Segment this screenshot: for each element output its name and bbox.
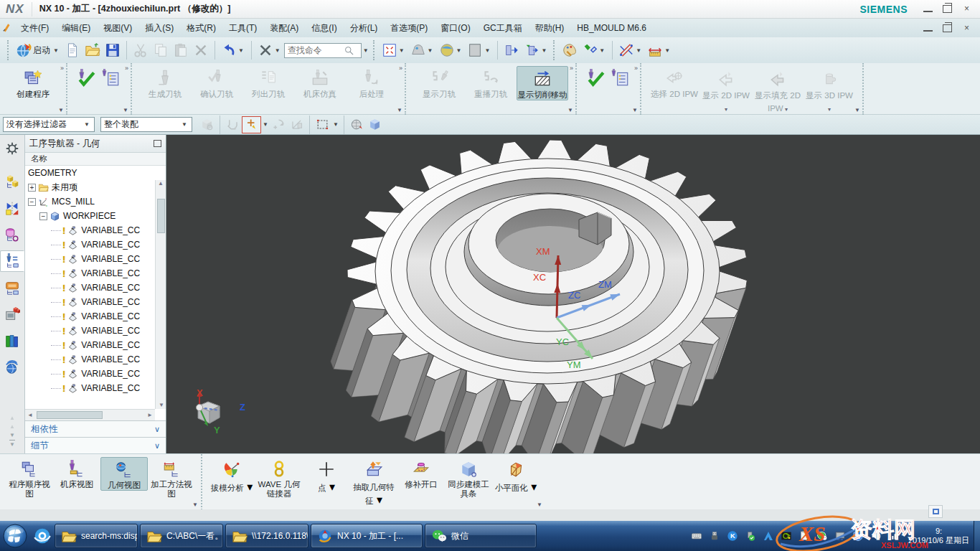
resource-tab-process-navigator[interactable] <box>1 303 23 325</box>
group-dropdown-icon[interactable]: ▼ <box>123 107 128 113</box>
fit-view-button[interactable]: ▼ <box>380 40 408 60</box>
navigator-column-header[interactable]: 名称 <box>25 153 166 166</box>
tree-horizontal-scrollbar[interactable]: ◄► <box>25 409 155 420</box>
scroll-up2-icon[interactable]: ▲ <box>9 423 15 431</box>
tree-item-mcs-mill[interactable]: −zyxMCS_MILL <box>25 194 166 209</box>
measure-button[interactable]: ▼ <box>616 40 645 60</box>
expand-icon[interactable]: + <box>28 184 36 192</box>
tree-vertical-scrollbar[interactable]: ▲▼ <box>155 180 166 409</box>
toolbar-grip[interactable] <box>373 40 377 60</box>
paste-button[interactable] <box>171 40 191 60</box>
rectangle-select-button[interactable] <box>314 116 331 133</box>
ribbon-button-display-toolpath-2[interactable]: 显示切削移动 <box>517 66 568 100</box>
menu-item-10[interactable]: 首选项(P) <box>384 19 434 37</box>
doc-minimize-button[interactable] <box>923 25 933 32</box>
group-dropdown-icon[interactable]: ▼ <box>567 107 573 113</box>
toolbar-grip[interactable] <box>553 40 557 60</box>
tree-item-variable-cc[interactable]: !VARIABLE_CC <box>25 281 166 295</box>
ribbon-button-operations-a-icon-1[interactable] <box>99 66 123 88</box>
assembly-constraints-button[interactable] <box>198 116 216 133</box>
group-dropdown-icon[interactable]: ▼ <box>397 107 402 113</box>
delete-button[interactable] <box>191 40 211 60</box>
tool-button-1[interactable]: 拔模分析 ▾ <box>208 457 255 494</box>
menu-item-6[interactable]: 工具(T) <box>222 19 263 37</box>
floating-window-icon[interactable] <box>928 505 943 518</box>
tool-button-5[interactable]: 修补开口 <box>397 457 445 489</box>
menu-item-12[interactable]: GC工具箱 <box>477 19 529 37</box>
security-shield-tray-icon[interactable] <box>852 530 864 542</box>
csys-point-button[interactable] <box>288 116 306 133</box>
scroll-up-icon[interactable]: ▲ <box>9 414 15 423</box>
ribbon-button-toolpath-1[interactable]: 确认刀轨 <box>191 66 242 99</box>
scroll-down-icon[interactable]: ▼ <box>9 431 15 440</box>
usb-safe-tray-icon[interactable] <box>745 530 756 542</box>
selection-filter-dropdown[interactable]: 没有选择过滤器▼ <box>3 117 95 132</box>
split-window-button[interactable]: ▼ <box>522 40 550 60</box>
resource-tab-operation-navigator[interactable] <box>0 250 24 272</box>
tree-item-variable-cc[interactable]: !VARIABLE_CC <box>25 338 166 352</box>
resource-tab-machine-tool-navigator[interactable] <box>1 277 23 298</box>
tree-item--[interactable]: +未用项 <box>25 180 166 194</box>
snap-point-button[interactable] <box>224 116 242 133</box>
tree-item-workpiece[interactable]: −WORKPIECE <box>25 209 166 223</box>
ribbon-button-ipw-3[interactable]: 显示 3D IPW ▾ <box>804 66 855 114</box>
start-button[interactable] <box>0 522 30 550</box>
menu-item-11[interactable]: 窗口(O) <box>434 19 476 37</box>
menu-item-4[interactable]: 插入(S) <box>138 19 180 37</box>
volume-tray-icon[interactable] <box>870 530 882 542</box>
taskbar-button-3[interactable]: \\172.16.0.118\... <box>225 524 308 548</box>
start-menu-button[interactable]: 启动▼ <box>14 40 62 60</box>
internet-explorer-icon[interactable] <box>30 527 55 545</box>
resource-tab-constraint-navigator[interactable] <box>1 197 23 219</box>
scroll-thumb[interactable] <box>157 199 165 233</box>
group-dropdown-icon[interactable]: ▼ <box>632 107 638 113</box>
group-dropdown-icon[interactable]: ▼ <box>854 107 860 113</box>
navigator-window-icon[interactable] <box>154 140 161 147</box>
taskbar-clock[interactable]: 9: 2019/10/6 星期日 <box>904 527 974 545</box>
tree-item-variable-cc[interactable]: !VARIABLE_CC <box>25 352 166 367</box>
azure-a-tray-icon[interactable] <box>763 530 774 542</box>
taskbar-button-1[interactable]: search-ms:displ... <box>55 524 138 548</box>
menu-item-5[interactable]: 格式(R) <box>180 19 222 37</box>
shaded-button[interactable] <box>366 116 384 133</box>
scroll-thumb[interactable] <box>37 411 103 419</box>
tree-item-variable-cc[interactable]: !VARIABLE_CC <box>25 367 166 381</box>
delete-face-button[interactable]: ▼ <box>255 40 284 60</box>
group-overflow-icon[interactable]: » <box>60 65 64 72</box>
view-operations-button[interactable]: ▼ <box>408 40 437 60</box>
k-player-tray-icon[interactable]: K <box>727 530 738 542</box>
tree-item-variable-cc[interactable]: !VARIABLE_CC <box>25 237 166 252</box>
object-display-button[interactable]: ▼ <box>580 40 608 60</box>
ribbon-button-toolpath-2[interactable]: 列出刀轨 <box>242 66 294 99</box>
view-button-4[interactable]: 加工方法视图 <box>148 457 195 499</box>
point-on-curve-button[interactable] <box>242 116 261 133</box>
ribbon-button-toolpath-0[interactable]: 生成刀轨 <box>139 66 191 99</box>
tool-button-4[interactable]: 抽取几何特征 ▾ <box>350 457 397 507</box>
tree-item-variable-cc[interactable]: !VARIABLE_CC <box>25 252 166 266</box>
group-dropdown-icon[interactable]: ▼ <box>192 501 198 508</box>
tree-root-geometry[interactable]: GEOMETRY <box>25 166 166 180</box>
network-tray-icon[interactable] <box>888 530 900 542</box>
keyboard-tray-icon[interactable] <box>691 530 702 542</box>
ribbon-button-operations-a-icon-0[interactable] <box>75 66 99 88</box>
tree-item-variable-cc[interactable]: !VARIABLE_CC <box>25 223 166 237</box>
ribbon-button-operations-b-icon-1[interactable] <box>608 66 633 88</box>
render-style-button[interactable]: ▼ <box>437 40 466 60</box>
selection-scope-dropdown[interactable]: 整个装配▼ <box>100 117 192 132</box>
group-overflow-icon[interactable]: » <box>570 65 573 72</box>
undo-button[interactable]: ▼ <box>219 40 248 60</box>
view-button-3[interactable]: 几何视图 <box>100 457 148 491</box>
new-file-button[interactable] <box>62 40 83 60</box>
menu-item-14[interactable]: HB_MOULD M6.6 <box>570 19 653 37</box>
menu-item-9[interactable]: 分析(L) <box>344 19 385 37</box>
menu-item-13[interactable]: 帮助(H) <box>529 19 571 37</box>
copy-button[interactable] <box>151 40 171 60</box>
background-button[interactable]: ▼ <box>465 40 494 60</box>
tree-item-variable-cc[interactable]: !VARIABLE_CC <box>25 266 166 281</box>
menu-item-7[interactable]: 装配(A) <box>263 19 305 37</box>
graphics-viewport[interactable]: XMXCZCZMYCYMXZY <box>166 135 980 453</box>
ribbon-button-ipw-2[interactable]: 显示填充 2D IPW ▾ <box>752 66 804 114</box>
usb-tray-icon[interactable] <box>709 530 720 542</box>
taskbar-button-2[interactable]: C:\ABC\一看。刘... <box>140 524 223 548</box>
rotate-point-button[interactable] <box>270 116 288 133</box>
